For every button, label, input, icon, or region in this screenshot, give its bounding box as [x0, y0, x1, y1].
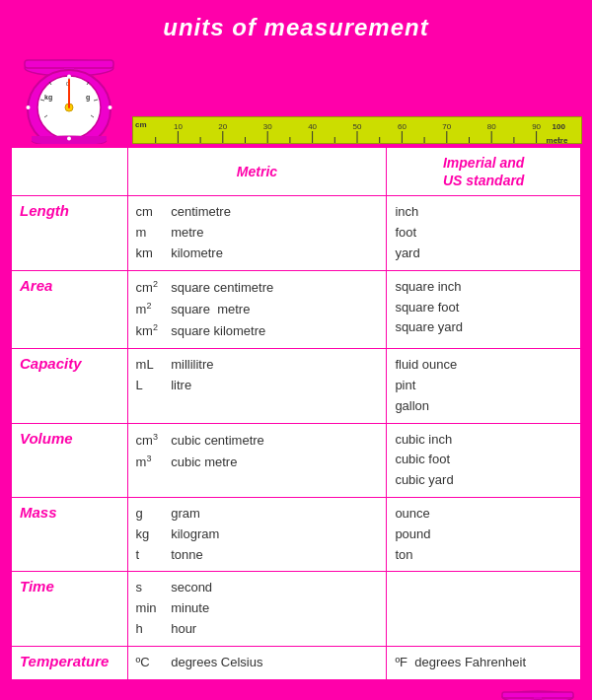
imperial-header-line2: US standard [443, 173, 524, 188]
table-row: Area cm2 square centimetre m2 square met… [11, 270, 581, 348]
title-bar: units of measurement [10, 8, 582, 45]
row-label-time: Time [20, 578, 54, 595]
svg-rect-1 [25, 60, 113, 68]
svg-text:g: g [86, 94, 90, 102]
table-row: Volume cm3 cubic centimetre m3 cubic met… [11, 423, 581, 497]
table-row: Length cm centimetre m metre km kilometr… [11, 196, 581, 270]
metric-volume: cm3 cubic centimetre m3 cubic metre [127, 423, 387, 497]
metric-temperature: ºC degrees Celsius [127, 646, 387, 679]
svg-point-19 [67, 75, 71, 79]
imperial-header-line1: Imperial and [443, 155, 524, 171]
svg-text:cm: cm [135, 120, 147, 129]
metric-time: s second min minute h hour [127, 572, 387, 646]
table-row: Capacity mL millilitre L litre fluid oun… [11, 349, 581, 423]
col-header-imperial: Imperial and US standard [387, 147, 581, 196]
page-title: units of measurement [10, 14, 582, 41]
svg-text:kg: kg [44, 94, 52, 102]
imperial-area: square inchsquare footsquare yard [387, 270, 581, 348]
metric-length: cm centimetre m metre km kilometre [127, 196, 387, 270]
row-label-temperature: Temperature [20, 653, 109, 669]
svg-text:60: 60 [398, 122, 407, 131]
svg-text:100: 100 [553, 122, 566, 131]
svg-text:90: 90 [532, 122, 541, 131]
svg-text:40: 40 [308, 122, 317, 131]
table-row: Mass g gram kg kilogram t tonne ouncepou… [11, 497, 581, 571]
table-row: Time s second min minute h hour [11, 572, 581, 646]
metric-mass: g gram kg kilogram t tonne [127, 497, 387, 571]
svg-point-22 [109, 105, 112, 109]
metric-area: cm2 square centimetre m2 square metre km… [127, 270, 387, 348]
svg-text:30: 30 [263, 122, 272, 131]
svg-point-21 [27, 105, 31, 109]
imperial-length: inchfootyard [387, 196, 581, 270]
imperial-volume: cubic inchcubic footcubic yard [387, 423, 581, 497]
imperial-temperature: ºF degrees Fahrenheit [387, 646, 581, 679]
row-label-capacity: Capacity [20, 355, 82, 372]
row-label-volume: Volume [20, 430, 73, 447]
table-row: Temperature ºC degrees Celsius ºF degree… [11, 646, 581, 679]
scale-graphic-bottom: lb oz [493, 685, 582, 701]
svg-text:20: 20 [218, 122, 227, 131]
svg-point-20 [67, 137, 71, 141]
measurement-table: Metric Imperial and US standard Length c… [10, 146, 582, 681]
row-label-length: Length [20, 202, 69, 219]
row-label-mass: Mass [20, 504, 57, 521]
imperial-mass: ouncepoundton [387, 497, 581, 571]
svg-text:metre: metre [547, 136, 568, 144]
scale-graphic-top: kg g 0 [10, 45, 128, 144]
svg-text:10: 10 [174, 122, 183, 131]
imperial-capacity: fluid ouncepintgallon [387, 349, 581, 423]
col-header-metric: Metric [127, 147, 387, 196]
svg-text:80: 80 [487, 122, 496, 131]
svg-text:70: 70 [442, 122, 451, 131]
imperial-time [387, 572, 581, 646]
metric-capacity: mL millilitre L litre [127, 349, 387, 423]
svg-text:50: 50 [353, 122, 362, 131]
row-label-area: Area [20, 277, 52, 294]
